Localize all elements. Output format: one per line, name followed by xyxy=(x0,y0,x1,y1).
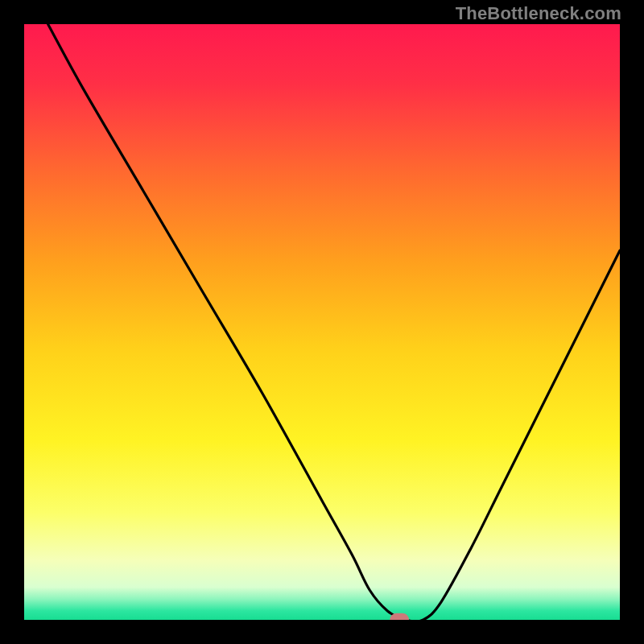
chart-svg xyxy=(24,24,620,620)
gradient-background xyxy=(24,24,620,620)
chart-frame: TheBottleneck.com xyxy=(0,0,644,644)
plot-area xyxy=(24,24,620,620)
watermark-text: TheBottleneck.com xyxy=(456,3,621,24)
